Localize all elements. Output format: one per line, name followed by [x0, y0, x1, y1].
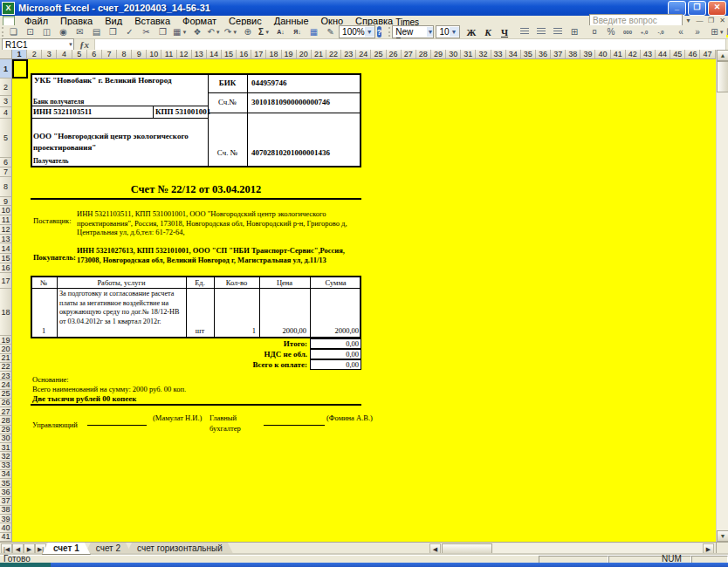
selected-cell-outline[interactable] — [12, 59, 28, 79]
row-header[interactable]: 32 — [0, 452, 12, 461]
column-header[interactable]: 34 — [506, 50, 521, 59]
row-header[interactable]: 14 — [0, 243, 12, 254]
column-header[interactable]: 24 — [356, 50, 371, 59]
item-price[interactable]: 2000,00 — [259, 326, 306, 335]
total-value[interactable]: 0,00 — [310, 359, 361, 370]
row-header[interactable]: 19 — [0, 336, 12, 345]
column-header[interactable]: 26 — [387, 50, 402, 59]
invoice-title[interactable]: Счет № 22/12 от 03.04.2012 — [31, 183, 361, 196]
drawing-icon[interactable]: ✎ — [323, 26, 338, 38]
print-icon[interactable]: ▤ — [89, 26, 104, 38]
paste-icon[interactable]: ▦ ▼ — [172, 26, 188, 38]
col-header-price[interactable]: Цена — [259, 278, 310, 287]
column-header[interactable]: 1 — [12, 50, 27, 59]
dropdown-arrow-icon[interactable]: ▼ — [719, 30, 725, 35]
column-header[interactable]: 25 — [371, 50, 386, 59]
column-header[interactable]: 12 — [177, 50, 192, 59]
row-header[interactable]: 26 — [0, 399, 12, 407]
row-header[interactable]: 4 — [0, 107, 12, 119]
menu-item[interactable]: Данные — [268, 16, 315, 26]
new-icon[interactable]: ❏ — [6, 26, 21, 38]
underline-button[interactable]: Ч — [498, 26, 512, 38]
item-desc[interactable]: За подготовку и согласование расчета пла… — [59, 290, 184, 326]
permission-icon[interactable]: ◉ — [56, 26, 71, 38]
row-header[interactable]: 23 — [0, 372, 12, 380]
column-header[interactable]: 3 — [42, 50, 57, 59]
dropdown-arrow-icon[interactable]: ▼ — [68, 42, 73, 47]
undo-icon[interactable]: ↶ ▼ — [206, 26, 221, 38]
column-header[interactable]: 4 — [57, 50, 72, 59]
cut-icon[interactable]: ✂ — [139, 26, 154, 38]
zoom-select[interactable]: 100% ▼ — [339, 25, 375, 38]
sheet-tab[interactable]: счет горизонтальный — [126, 543, 234, 555]
spelling-icon[interactable]: ✓ — [122, 26, 137, 38]
menu-item[interactable]: Вид — [99, 16, 128, 26]
payee-name[interactable]: ООО "Новгородский центр экологического п… — [33, 131, 208, 154]
column-header[interactable]: 32 — [476, 50, 491, 59]
insert-function-icon[interactable]: ƒx — [79, 39, 89, 50]
copy-icon[interactable]: ❐ — [155, 26, 170, 38]
autosum-icon[interactable]: Σ ▼ — [257, 26, 271, 38]
menu-item[interactable]: Справка — [349, 16, 399, 26]
borders-button[interactable]: ⊞ ▼ — [711, 26, 725, 38]
row-header[interactable]: 7 — [0, 167, 12, 177]
minimize-button[interactable]: _ — [668, 1, 686, 16]
row-header[interactable]: 10 — [0, 206, 12, 215]
total-value[interactable]: 0,00 — [310, 349, 361, 359]
toolbar-grip[interactable] — [388, 27, 390, 37]
sort-asc-icon[interactable]: А↓ — [273, 26, 288, 38]
column-header[interactable]: 27 — [402, 50, 416, 59]
accountant-name[interactable]: (Фомина А.В.) — [326, 413, 373, 422]
column-header[interactable]: 42 — [626, 50, 641, 59]
row-header[interactable]: 8 — [0, 177, 12, 197]
sheet-tab[interactable]: счет 1 — [42, 543, 91, 555]
item-num[interactable]: 1 — [31, 326, 57, 335]
column-header[interactable]: 2 — [27, 50, 42, 59]
column-header[interactable]: 47 — [700, 50, 715, 59]
col-header-works[interactable]: Работы, услуги — [57, 278, 186, 287]
row-header[interactable]: 40 — [0, 523, 12, 532]
row-header[interactable]: 31 — [0, 443, 12, 452]
formula-input[interactable] — [94, 38, 726, 51]
row-header[interactable]: 15 — [0, 254, 12, 263]
row-header[interactable]: 9 — [0, 197, 12, 206]
row-header[interactable]: 21 — [0, 354, 12, 363]
row-header[interactable]: 27 — [0, 407, 12, 416]
row-header[interactable]: 13 — [0, 235, 12, 243]
row-header[interactable]: 34 — [0, 470, 12, 479]
dropdown-arrow-icon[interactable]: ▼ — [264, 30, 270, 35]
dropdown-arrow-icon[interactable]: ▼ — [182, 30, 187, 35]
column-header[interactable]: 15 — [222, 50, 237, 59]
open-icon[interactable]: ⊡ — [23, 26, 38, 38]
save-icon[interactable]: ◫ — [39, 26, 54, 38]
column-header[interactable]: 20 — [297, 50, 312, 59]
row-header[interactable]: 39 — [0, 515, 12, 523]
row-header[interactable]: 17 — [0, 273, 12, 289]
row-header[interactable]: 24 — [0, 380, 12, 389]
row-header[interactable]: 18 — [0, 289, 12, 336]
bold-button[interactable]: Ж — [464, 26, 479, 38]
column-header[interactable]: 30 — [446, 50, 461, 59]
col-header-qty[interactable]: Кол-во — [214, 278, 259, 287]
column-header[interactable]: 7 — [102, 50, 117, 59]
scroll-left-icon[interactable]: ◀ — [429, 543, 441, 555]
row-header[interactable]: 28 — [0, 416, 12, 425]
scroll-right-icon[interactable]: ▶ — [703, 543, 714, 555]
bik-label[interactable]: БИК — [208, 79, 247, 87]
buyer-label[interactable]: Покупатель: — [33, 253, 76, 262]
column-header[interactable]: 22 — [326, 50, 341, 59]
dropdown-arrow-icon[interactable]: ▼ — [216, 30, 221, 35]
payee-account-value[interactable]: 40702810201000001436 — [251, 148, 330, 157]
buyer-text[interactable]: ИНН 5321027613, КПП 532101001, ООО "СП "… — [77, 246, 363, 264]
row-header[interactable]: 5 — [0, 119, 12, 158]
sheet-tab[interactable]: счет 2 — [85, 543, 132, 555]
select-all-corner[interactable] — [0, 50, 12, 59]
print-preview-icon[interactable]: ❒ — [106, 26, 120, 38]
row-header[interactable]: 1 — [0, 59, 12, 79]
help-icon[interactable]: ? — [377, 26, 382, 38]
column-header[interactable]: 17 — [251, 50, 266, 59]
bik-value[interactable]: 044959746 — [251, 79, 287, 87]
maximize-button[interactable]: ❐ — [688, 1, 706, 16]
currency-icon[interactable]: ¤ — [587, 26, 602, 38]
accountant-label-2[interactable]: бухгалтер — [209, 424, 241, 433]
